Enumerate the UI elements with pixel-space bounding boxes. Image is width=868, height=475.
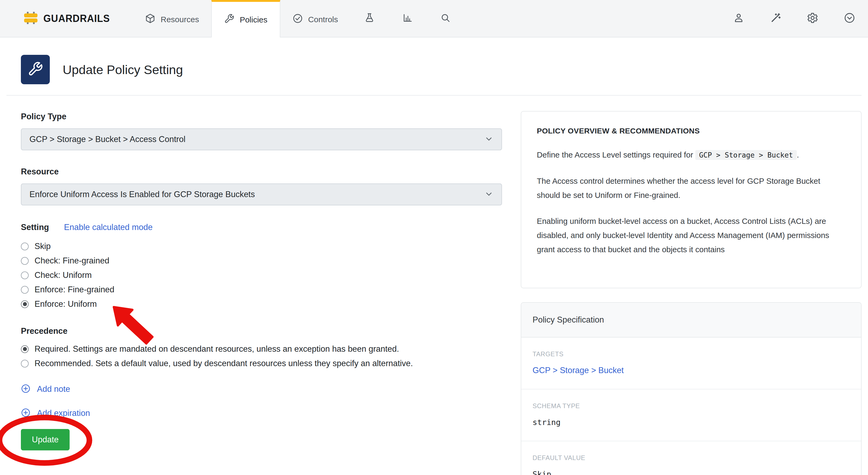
chevron-down-icon <box>484 189 493 200</box>
gear-icon <box>807 12 818 25</box>
radio-option-enforce-fine-grained[interactable]: Enforce: Fine-grained <box>21 282 502 297</box>
wrench-icon <box>224 14 234 26</box>
radio-option-required[interactable]: Required. Settings are mandated on desce… <box>21 342 502 356</box>
setting-radio-group: Skip Check: Fine-grained Check: Uniform … <box>21 239 502 311</box>
brand-name: GUARDRAILS <box>43 12 110 24</box>
tab-policies[interactable]: Policies <box>211 0 280 37</box>
magic-wand-icon <box>770 12 781 25</box>
tab-label: Controls <box>308 15 338 24</box>
spec-section-schema-type: SCHEMA TYPE string <box>521 389 861 441</box>
radio-option-skip[interactable]: Skip <box>21 239 502 253</box>
radio-icon <box>21 271 29 279</box>
add-note-link[interactable]: Add note <box>21 382 502 396</box>
policy-setting-icon-box <box>21 55 50 84</box>
radio-option-check-fine-grained[interactable]: Check: Fine-grained <box>21 253 502 268</box>
policy-type-value: GCP > Storage > Bucket > Access Control <box>29 135 484 144</box>
flask-button[interactable] <box>350 0 389 37</box>
cube-icon <box>145 13 155 25</box>
add-expiration-link[interactable]: Add expiration <box>21 406 502 420</box>
tab-controls[interactable]: Controls <box>280 0 350 37</box>
enable-calculated-mode-link[interactable]: Enable calculated mode <box>64 223 153 232</box>
policy-setting-form: Policy Type GCP > Storage > Bucket > Acc… <box>21 112 502 450</box>
status-menu-button[interactable] <box>844 12 855 25</box>
navbar-right-group <box>733 0 868 37</box>
spec-panel-title: Policy Specification <box>521 303 861 338</box>
plus-circle-icon <box>21 408 31 418</box>
spec-section-default-value: DEFAULT VALUE Skip <box>521 441 861 475</box>
overview-paragraph-1: Define the Access Level settings require… <box>537 148 845 162</box>
resource-label: Resource <box>21 167 502 176</box>
default-value: Skip <box>532 469 850 475</box>
header-divider <box>6 95 862 96</box>
radio-icon <box>21 360 29 368</box>
search-icon <box>440 13 451 24</box>
setting-label: Setting <box>21 223 49 232</box>
overview-panel-title: POLICY OVERVIEW & RECOMMENDATIONS <box>537 127 845 135</box>
plus-circle-icon <box>21 384 31 395</box>
policy-overview-panel: POLICY OVERVIEW & RECOMMENDATIONS Define… <box>521 111 862 288</box>
targets-link[interactable]: GCP > Storage > Bucket <box>532 365 850 375</box>
chevron-down-icon <box>484 134 493 144</box>
policy-type-label: Policy Type <box>21 112 502 122</box>
bar-chart-icon <box>402 13 412 24</box>
wrench-icon <box>28 61 43 78</box>
user-menu-button[interactable] <box>733 12 744 25</box>
reports-button[interactable] <box>389 0 427 37</box>
tab-label: Resources <box>161 15 199 24</box>
resource-select[interactable]: Enforce Uniform Access Is Enabled for GC… <box>21 183 502 205</box>
radio-icon <box>21 286 29 294</box>
page-header: Update Policy Setting <box>21 55 183 84</box>
radio-icon-selected <box>21 345 29 353</box>
check-circle-icon <box>292 13 303 25</box>
radio-option-check-uniform[interactable]: Check: Uniform <box>21 268 502 282</box>
policy-type-code-chip: GCP > Storage > Bucket <box>695 150 797 160</box>
radio-icon <box>21 243 29 250</box>
schema-type-value: string <box>532 417 850 428</box>
settings-button[interactable] <box>807 12 818 25</box>
user-icon <box>733 12 744 25</box>
policy-specification-panel: Policy Specification TARGETS GCP > Stora… <box>521 302 862 475</box>
radio-icon <box>21 257 29 265</box>
chevron-circle-icon <box>844 12 855 25</box>
spec-section-targets: TARGETS GCP > Storage > Bucket <box>521 338 861 389</box>
tab-label: Policies <box>240 15 267 24</box>
radio-option-enforce-uniform[interactable]: Enforce: Uniform <box>21 297 502 311</box>
resource-value: Enforce Uniform Access Is Enabled for GC… <box>29 190 484 199</box>
automation-button[interactable] <box>770 12 781 25</box>
precedence-label: Precedence <box>21 326 502 336</box>
tab-resources[interactable]: Resources <box>133 0 211 37</box>
precedence-radio-group: Required. Settings are mandated on desce… <box>21 342 502 371</box>
page-title: Update Policy Setting <box>63 62 183 77</box>
radio-icon-selected <box>21 300 29 308</box>
overview-paragraph-2: The Access control determines whether th… <box>537 174 845 202</box>
radio-option-recommended[interactable]: Recommended. Sets a default value, used … <box>21 356 502 371</box>
update-button[interactable]: Update <box>21 429 70 450</box>
guardrails-logo-icon <box>24 12 37 25</box>
flask-icon <box>364 13 375 24</box>
brand-logo[interactable]: GUARDRAILS <box>0 0 133 37</box>
overview-paragraph-3: Enabling uniform bucket-level access on … <box>537 214 845 257</box>
top-navbar: GUARDRAILS Resources Policies Controls <box>0 0 868 37</box>
search-button[interactable] <box>427 0 465 37</box>
policy-type-select[interactable]: GCP > Storage > Bucket > Access Control <box>21 128 502 150</box>
